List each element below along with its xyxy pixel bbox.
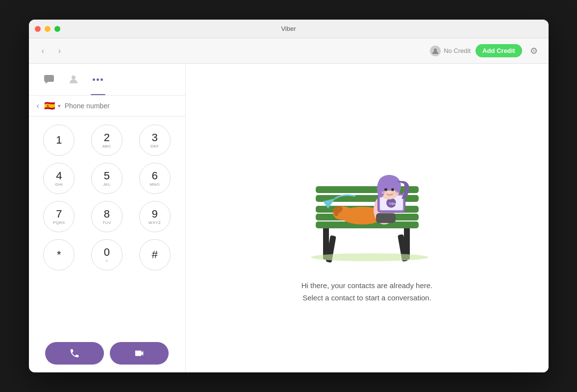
phone-number-input[interactable] — [65, 102, 179, 110]
svg-marker-2 — [46, 82, 48, 84]
dialpad-grid: 12ABC3DEF4GHI5JKL6MNO7PQRS8TUV9WXYZ*0+# — [39, 124, 176, 270]
phone-back-button[interactable]: ‹ — [35, 101, 41, 110]
svg-point-16 — [334, 212, 338, 216]
tab-more[interactable] — [86, 70, 110, 89]
call-buttons — [29, 334, 185, 372]
credit-section: No Credit Add Credit ⚙ — [430, 44, 540, 58]
dial-key-1[interactable]: 1 — [43, 124, 75, 156]
sidebar: ‹ 🇪🇸 ▼ 12ABC3DEF4GHI5JKL6MNO7PQRS8TUV9WX… — [29, 64, 186, 372]
no-credit-area: No Credit — [430, 46, 471, 56]
dialpad: 12ABC3DEF4GHI5JKL6MNO7PQRS8TUV9WXYZ*0+# — [29, 117, 185, 334]
contacts-icon — [68, 74, 79, 85]
sidebar-tabs — [29, 64, 185, 96]
dial-key-hash[interactable]: # — [139, 239, 171, 270]
svg-rect-1 — [44, 75, 54, 82]
dial-key-2[interactable]: 2ABC — [91, 124, 123, 156]
no-credit-label: No Credit — [444, 47, 471, 54]
add-credit-button[interactable]: Add Credit — [476, 44, 522, 57]
traffic-lights — [35, 26, 60, 32]
chevron-down-icon: ▼ — [57, 103, 62, 109]
country-selector[interactable]: 🇪🇸 ▼ — [44, 100, 62, 111]
video-call-button[interactable] — [110, 342, 169, 365]
video-icon — [134, 348, 145, 359]
svg-point-3 — [72, 75, 75, 79]
svg-point-26 — [377, 180, 385, 197]
svg-point-29 — [391, 188, 394, 191]
toolbar: ‹ › No Credit Add Credit ⚙ — [29, 38, 549, 64]
flag-emoji: 🇪🇸 — [44, 100, 55, 111]
dial-key-4[interactable]: 4GHI — [43, 163, 75, 194]
svg-point-30 — [381, 191, 386, 194]
main-content: ‹ 🇪🇸 ▼ 12ABC3DEF4GHI5JKL6MNO7PQRS8TUV9WX… — [29, 64, 549, 372]
tab-chat[interactable] — [37, 70, 61, 89]
mascot-illustration: Viber — [289, 132, 446, 270]
maximize-button[interactable] — [54, 26, 60, 32]
phone-input-row: ‹ 🇪🇸 ▼ — [29, 96, 185, 117]
dial-key-star[interactable]: * — [43, 239, 75, 270]
dial-key-7[interactable]: 7PQRS — [43, 201, 75, 232]
window-title: Viber — [281, 25, 296, 32]
app-window: Viber ‹ › No Credit Add Credit ⚙ — [29, 20, 549, 372]
chat-icon — [43, 74, 55, 85]
content-area: Viber — [186, 64, 549, 372]
svg-point-28 — [384, 188, 387, 191]
svg-point-31 — [393, 191, 398, 194]
dial-key-0[interactable]: 0+ — [91, 239, 123, 270]
mascot-svg: Viber — [289, 137, 446, 270]
minimize-button[interactable] — [45, 26, 50, 32]
back-nav-button[interactable]: ‹ — [37, 45, 50, 57]
more-icon — [93, 78, 103, 81]
welcome-text: Hi there, your contacts are already here… — [301, 279, 433, 304]
welcome-line2: Select a contact to start a conversation… — [301, 292, 433, 304]
dial-key-3[interactable]: 3DEF — [139, 124, 171, 156]
title-bar: Viber — [29, 20, 549, 38]
svg-rect-18 — [376, 213, 396, 223]
close-button[interactable] — [35, 26, 41, 32]
voice-call-button[interactable] — [45, 342, 104, 365]
phone-icon — [69, 348, 80, 359]
dial-key-9[interactable]: 9WXYZ — [139, 201, 171, 232]
settings-button[interactable]: ⚙ — [527, 44, 541, 58]
svg-text:Viber: Viber — [389, 201, 398, 206]
welcome-line1: Hi there, your contacts are already here… — [301, 279, 433, 292]
tab-contacts[interactable] — [61, 70, 86, 89]
svg-point-33 — [311, 253, 428, 261]
svg-rect-11 — [316, 186, 419, 193]
account-icon — [430, 46, 441, 56]
dial-key-5[interactable]: 5JKL — [91, 163, 123, 194]
dial-key-6[interactable]: 6MNO — [139, 163, 171, 194]
forward-nav-button[interactable]: › — [53, 45, 66, 57]
dial-key-8[interactable]: 8TUV — [91, 201, 123, 232]
